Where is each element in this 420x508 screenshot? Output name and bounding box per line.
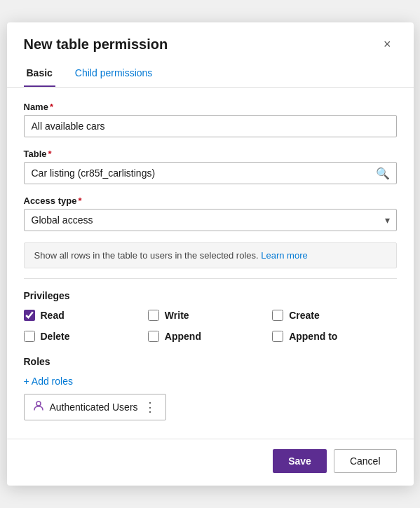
name-group: Name* xyxy=(24,102,397,137)
access-type-select[interactable]: Global access Team members' rows Busines… xyxy=(24,209,397,231)
learn-more-link[interactable]: Learn more xyxy=(261,250,307,261)
privilege-read[interactable]: Read xyxy=(24,310,148,321)
tab-child-permissions[interactable]: Child permissions xyxy=(72,62,155,87)
tabs-bar: Basic Child permissions xyxy=(7,53,414,88)
role-tag-label: Authenticated Users xyxy=(50,401,138,413)
access-type-label: Access type* xyxy=(24,195,397,206)
tab-basic[interactable]: Basic xyxy=(24,62,55,87)
new-table-permission-dialog: New table permission × Basic Child permi… xyxy=(7,22,414,486)
privilege-append[interactable]: Append xyxy=(148,331,272,342)
dialog-header: New table permission × xyxy=(7,22,414,53)
access-type-group: Access type* Global access Team members'… xyxy=(24,195,397,231)
access-type-wrapper: Global access Team members' rows Busines… xyxy=(24,209,397,231)
table-input-wrapper: 🔍 xyxy=(24,162,397,184)
checkbox-append[interactable] xyxy=(148,331,159,342)
checkbox-delete[interactable] xyxy=(24,331,35,342)
info-box: Show all rows in the table to users in t… xyxy=(24,242,397,268)
privilege-delete[interactable]: Delete xyxy=(24,331,148,342)
privilege-append-to[interactable]: Append to xyxy=(272,331,396,342)
name-label: Name* xyxy=(24,102,397,112)
roles-title: Roles xyxy=(24,356,397,367)
roles-section: Roles + Add roles Authenticated Users ⋮ xyxy=(24,356,397,420)
user-icon xyxy=(33,400,44,414)
add-roles-button[interactable]: + Add roles xyxy=(24,376,73,387)
divider xyxy=(24,278,397,279)
privilege-create[interactable]: Create xyxy=(272,310,396,321)
cancel-button[interactable]: Cancel xyxy=(334,449,397,473)
checkbox-read[interactable] xyxy=(24,310,35,321)
role-tag-authenticated-users: Authenticated Users ⋮ xyxy=(24,394,166,420)
dialog-footer: Save Cancel xyxy=(7,439,414,486)
checkbox-append-to[interactable] xyxy=(272,331,283,342)
privilege-write[interactable]: Write xyxy=(148,310,272,321)
close-button[interactable]: × xyxy=(378,35,397,53)
table-input[interactable] xyxy=(24,162,397,184)
dialog-title: New table permission xyxy=(24,36,168,53)
save-button[interactable]: Save xyxy=(273,449,327,473)
dialog-body: Name* Table* 🔍 Access type* Global acces… xyxy=(7,88,414,439)
checkbox-create[interactable] xyxy=(272,310,283,321)
svg-point-0 xyxy=(36,401,41,406)
privileges-grid: Read Write Create Delete Append Append t… xyxy=(24,310,397,345)
name-input[interactable] xyxy=(24,115,397,137)
checkbox-write[interactable] xyxy=(148,310,159,321)
role-more-button[interactable]: ⋮ xyxy=(144,399,157,415)
privileges-title: Privileges xyxy=(24,290,397,301)
table-group: Table* 🔍 xyxy=(24,149,397,184)
table-label: Table* xyxy=(24,149,397,159)
